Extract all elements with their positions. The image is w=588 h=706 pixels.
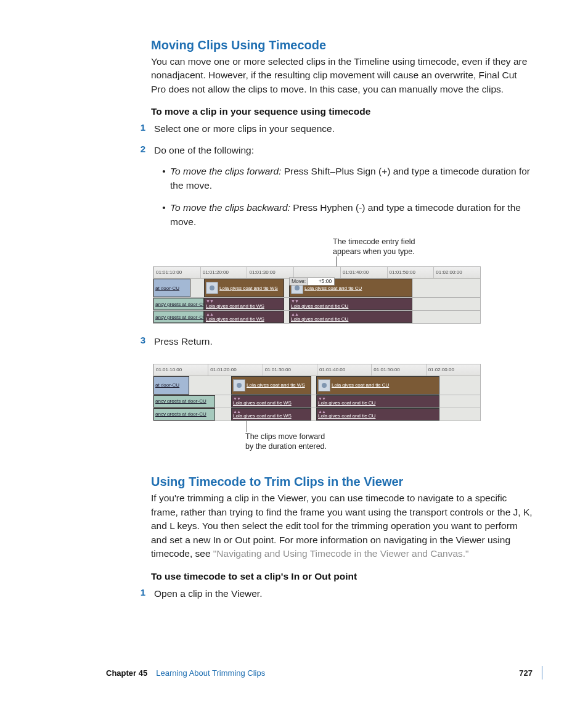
audio-track: ancy greets at door-CU ▲▲Lola gives coat… bbox=[153, 408, 480, 421]
clip-thumbnail bbox=[318, 379, 330, 392]
stereo-link-icon: ▲▲ bbox=[206, 312, 213, 316]
timeline-figure-before: 01:01:10:00 01:01:20:00 01:01:30:00 01:0… bbox=[153, 266, 481, 324]
callout-leader-line bbox=[336, 257, 337, 266]
body-paragraph: If you're trimming a clip in the Viewer,… bbox=[151, 491, 533, 560]
step-3: 3 Press Return. bbox=[138, 335, 533, 348]
bullet-item: • To move the clips backward: Press Hyph… bbox=[161, 201, 533, 229]
step-1: 1 Open a clip in the Viewer. bbox=[138, 587, 533, 601]
timeline-figure-after: 01:01:10:00 01:01:20:00 01:01:30:00 01:0… bbox=[153, 364, 481, 421]
stereo-link-icon: ▼▼ bbox=[318, 396, 325, 401]
audio-clip[interactable]: ▲▲Lola gives coat and tie CU bbox=[316, 408, 439, 421]
step-2: 2 Do one of the following: bbox=[138, 144, 533, 157]
move-value: +5:00 bbox=[308, 277, 335, 285]
step-number: 3 bbox=[138, 335, 145, 348]
stereo-link-icon: ▲▲ bbox=[291, 312, 298, 316]
audio-clip[interactable]: ▼▼Lola gives coat and tie WS bbox=[204, 298, 284, 310]
chapter-label: Chapter 45 bbox=[106, 668, 147, 678]
audio-clip[interactable]: ▲▲Lola gives coat and tie CU bbox=[289, 311, 412, 323]
audio-clip[interactable]: ▼▼Lola gives coat and tie CU bbox=[289, 298, 412, 310]
video-clip[interactable]: at door-CU bbox=[153, 376, 189, 395]
bullet-emphasis: To move the clips forward: bbox=[170, 166, 281, 176]
body-paragraph: You can move one or more selected clips … bbox=[151, 55, 533, 96]
video-clip[interactable]: at door-CU bbox=[153, 279, 190, 297]
section-heading: Moving Clips Using Timecode bbox=[151, 38, 533, 52]
audio-clip[interactable]: ▼▼Lola gives coat and tie WS bbox=[231, 395, 311, 408]
video-clip[interactable]: Lola gives coat and tie WS bbox=[204, 279, 284, 297]
step-text: Select one or more clips in your sequenc… bbox=[154, 122, 335, 136]
video-clip[interactable]: Lola gives coat and tie CU bbox=[316, 376, 439, 395]
audio-track: ancy greets at door-CU ▲▲Lola gives coat… bbox=[153, 311, 480, 323]
task-heading: To move a clip in your sequence using ti… bbox=[151, 106, 533, 117]
audio-clip[interactable]: ancy greets at door-CU bbox=[153, 298, 204, 310]
stereo-link-icon: ▼▼ bbox=[291, 299, 298, 303]
audio-clip[interactable]: ▲▲Lola gives coat and tie WS bbox=[204, 311, 284, 323]
audio-track: ancy greets at door-CU ▼▼Lola gives coat… bbox=[153, 298, 480, 311]
audio-clip[interactable]: ▲▲Lola gives coat and tie WS bbox=[231, 408, 311, 421]
video-clip[interactable]: Lola gives coat and tie WS bbox=[231, 376, 311, 395]
step-text: Do one of the following: bbox=[154, 144, 254, 157]
audio-clip[interactable]: ▼▼Lola gives coat and tie CU bbox=[316, 395, 439, 408]
page-number: 727 bbox=[519, 668, 533, 678]
clip-thumbnail bbox=[233, 379, 245, 392]
bullet-item: • To move the clips forward: Press Shift… bbox=[161, 165, 533, 192]
timeline-ruler: 01:01:10:00 01:01:20:00 01:01:30:00 01:0… bbox=[153, 364, 480, 376]
page-footer: Chapter 45 Learning About Trimming Clips… bbox=[0, 668, 588, 678]
step-number: 1 bbox=[138, 122, 145, 136]
audio-track: ancy greets at door-CU ▼▼Lola gives coat… bbox=[153, 395, 480, 408]
audio-clip[interactable]: ancy greets at door-CU bbox=[153, 311, 204, 323]
step-text: Press Return. bbox=[154, 335, 213, 348]
step-number: 1 bbox=[138, 587, 145, 601]
stereo-link-icon: ▲▲ bbox=[233, 409, 240, 414]
step-number: 2 bbox=[138, 144, 145, 157]
footer-rule bbox=[542, 666, 543, 679]
cross-reference-link[interactable]: "Navigating and Using Timecode in the Vi… bbox=[213, 548, 469, 559]
figure-callout-bottom: The clips move forward by the duration e… bbox=[245, 432, 356, 451]
audio-clip[interactable]: ancy greets at door-CU bbox=[153, 408, 215, 421]
audio-clip[interactable]: ancy greets at door-CU bbox=[153, 395, 215, 408]
step-1: 1 Select one or more clips in your seque… bbox=[138, 122, 533, 136]
callout-leader-line bbox=[247, 421, 247, 432]
move-label: Move: bbox=[289, 277, 308, 285]
bullet-icon: • bbox=[161, 201, 166, 229]
step-text: Open a clip in the Viewer. bbox=[154, 587, 263, 601]
stereo-link-icon: ▼▼ bbox=[233, 396, 240, 401]
video-track: at door-CU Lola gives coat and tie WS Lo… bbox=[153, 376, 480, 395]
stereo-link-icon: ▲▲ bbox=[318, 409, 325, 414]
bullet-emphasis: To move the clips backward: bbox=[170, 202, 290, 213]
section-heading: Using Timecode to Trim Clips in the View… bbox=[151, 475, 533, 489]
chapter-title: Learning About Trimming Clips bbox=[156, 668, 265, 678]
clip-thumbnail bbox=[206, 282, 218, 294]
stereo-link-icon: ▼▼ bbox=[206, 299, 213, 303]
figure-callout-top: The timecode entry field appears when yo… bbox=[333, 237, 438, 257]
bullet-icon: • bbox=[161, 165, 166, 192]
timecode-entry-field[interactable]: Move: +5:00 bbox=[289, 277, 335, 285]
task-heading: To use timecode to set a clip's In or Ou… bbox=[151, 571, 533, 582]
